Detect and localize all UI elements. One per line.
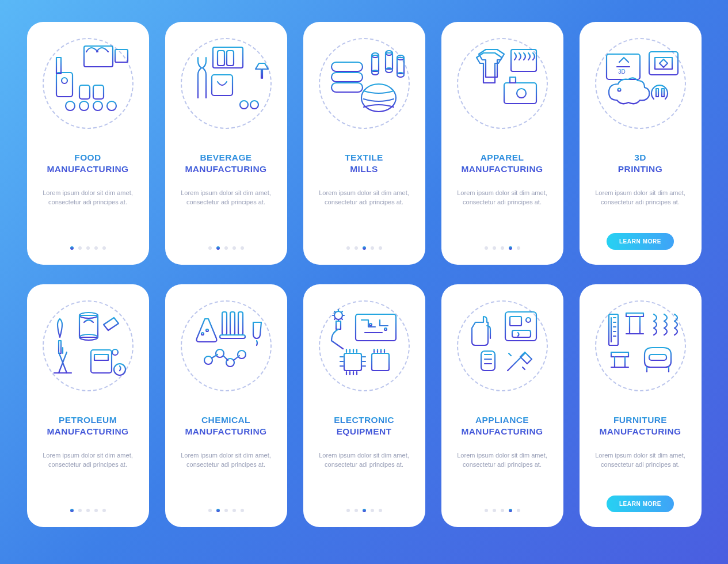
dot[interactable]: [517, 246, 520, 250]
learn-more-button[interactable]: LEARN MORE: [607, 496, 674, 512]
card-title: PETROLEUM MANUFACTURING: [47, 414, 128, 437]
dot[interactable]: [363, 509, 366, 512]
card-title: APPLIANCE MANUFACTURING: [461, 414, 543, 437]
card-body: Lorem ipsum dolor sit dim amet, consecte…: [453, 451, 551, 470]
progress-dots: [485, 498, 520, 512]
dot[interactable]: [232, 246, 236, 250]
textile-icon: [315, 35, 413, 132]
dot[interactable]: [70, 509, 74, 512]
card-body: Lorem ipsum dolor sit dim amet, consecte…: [39, 451, 137, 470]
dot[interactable]: [224, 509, 228, 512]
dot[interactable]: [485, 246, 488, 250]
dot[interactable]: [493, 509, 496, 512]
dot[interactable]: [509, 246, 512, 250]
dot[interactable]: [346, 509, 350, 512]
card-body: Lorem ipsum dolor sit dim amet, consecte…: [39, 189, 137, 207]
card-title: CHEMICAL MANUFACTURING: [185, 414, 266, 437]
card-title: 3D PRINTING: [618, 152, 662, 175]
card-textile: TEXTILE MILLSLorem ipsum dolor sit dim a…: [303, 22, 425, 265]
card-food: FOOD MANUFACTURINGLorem ipsum dolor sit …: [27, 22, 149, 265]
card-body: Lorem ipsum dolor sit dim amet, consecte…: [592, 189, 689, 207]
progress-dots: [208, 236, 244, 250]
dot[interactable]: [379, 509, 382, 512]
dot[interactable]: [224, 246, 228, 250]
card-printing: 3D PRINTINGLorem ipsum dolor sit dim ame…: [580, 22, 702, 265]
dot[interactable]: [355, 246, 358, 250]
card-title: FURNITURE MANUFACTURING: [599, 414, 681, 437]
card-title: ELECTRONIC EQUIPMENT: [334, 414, 394, 437]
dot[interactable]: [86, 246, 90, 250]
appliance-icon: [453, 297, 551, 395]
progress-dots: [70, 498, 106, 512]
dot[interactable]: [241, 246, 244, 250]
dot[interactable]: [86, 509, 90, 512]
card-apparel: APPAREL MANUFACTURINGLorem ipsum dolor s…: [441, 22, 563, 265]
progress-dots: [208, 498, 244, 512]
progress-dots: [346, 498, 382, 512]
printing-icon: [592, 35, 689, 132]
dot[interactable]: [379, 246, 382, 250]
card-furniture: FURNITURE MANUFACTURINGLorem ipsum dolor…: [580, 284, 702, 527]
apparel-icon: [453, 35, 551, 132]
dot[interactable]: [493, 246, 496, 250]
food-icon: [39, 35, 137, 132]
electronic-icon: [315, 297, 413, 395]
dot[interactable]: [102, 246, 106, 250]
progress-dots: [346, 236, 382, 250]
dot[interactable]: [509, 509, 512, 512]
card-grid: FOOD MANUFACTURINGLorem ipsum dolor sit …: [0, 22, 728, 527]
petroleum-icon: [39, 297, 137, 395]
chemical-icon: [177, 297, 275, 395]
dot[interactable]: [70, 246, 74, 250]
card-body: Lorem ipsum dolor sit dim amet, consecte…: [592, 451, 689, 470]
learn-more-button[interactable]: LEARN MORE: [607, 233, 674, 250]
progress-dots: [485, 236, 520, 250]
card-body: Lorem ipsum dolor sit dim amet, consecte…: [453, 189, 551, 207]
dot[interactable]: [355, 509, 358, 512]
dot[interactable]: [371, 509, 374, 512]
beverage-icon: [177, 35, 275, 132]
card-chemical: CHEMICAL MANUFACTURINGLorem ipsum dolor …: [165, 284, 287, 527]
furniture-icon: [592, 297, 689, 395]
dot[interactable]: [94, 246, 98, 250]
card-beverage: BEVERAGE MANUFACTURINGLorem ipsum dolor …: [165, 22, 287, 265]
dot[interactable]: [517, 509, 520, 512]
card-body: Lorem ipsum dolor sit dim amet, consecte…: [315, 189, 413, 207]
card-title: FOOD MANUFACTURING: [47, 152, 128, 175]
card-body: Lorem ipsum dolor sit dim amet, consecte…: [315, 451, 413, 470]
card-title: TEXTILE MILLS: [345, 152, 383, 175]
progress-dots: [70, 236, 106, 250]
card-title: BEVERAGE MANUFACTURING: [185, 152, 266, 175]
card-title: APPAREL MANUFACTURING: [461, 152, 543, 175]
dot[interactable]: [208, 509, 212, 512]
dot[interactable]: [346, 246, 350, 250]
dot[interactable]: [78, 246, 82, 250]
dot[interactable]: [102, 509, 106, 512]
dot[interactable]: [94, 509, 98, 512]
dot[interactable]: [363, 246, 366, 250]
card-petroleum: PETROLEUM MANUFACTURINGLorem ipsum dolor…: [27, 284, 149, 527]
card-electronic: ELECTRONIC EQUIPMENTLorem ipsum dolor si…: [303, 284, 425, 527]
dot[interactable]: [241, 509, 244, 512]
dot[interactable]: [371, 246, 374, 250]
dot[interactable]: [501, 246, 504, 250]
card-appliance: APPLIANCE MANUFACTURINGLorem ipsum dolor…: [441, 284, 563, 527]
dot[interactable]: [501, 509, 504, 512]
dot[interactable]: [216, 509, 220, 512]
dot[interactable]: [216, 246, 220, 250]
dot[interactable]: [78, 509, 82, 512]
dot[interactable]: [232, 509, 236, 512]
card-body: Lorem ipsum dolor sit dim amet, consecte…: [177, 451, 275, 470]
card-body: Lorem ipsum dolor sit dim amet, consecte…: [177, 189, 275, 207]
dot[interactable]: [485, 509, 488, 512]
dot[interactable]: [208, 246, 212, 250]
